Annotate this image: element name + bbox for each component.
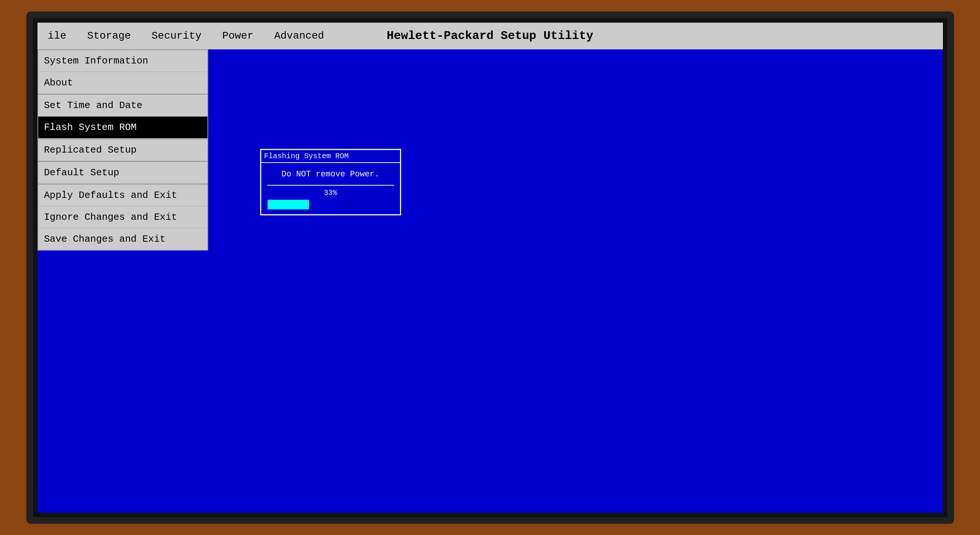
menubar-items: ile Storage Security Power Advanced [45,29,327,43]
progress-label: 33% [267,189,394,197]
flash-dialog-message: Do NOT remove Power. [267,170,394,179]
menubar-item-advanced[interactable]: Advanced [271,29,327,43]
sidebar-item-apply-defaults-exit[interactable]: Apply Defaults and Exit [38,185,207,206]
sidebar-item-about[interactable]: About [38,72,207,94]
sidebar-item-ignore-changes-exit[interactable]: Ignore Changes and Exit [38,206,207,228]
sidebar-item-default-setup[interactable]: Default Setup [38,162,207,184]
sidebar-item-set-time-date[interactable]: Set Time and Date [38,95,207,116]
flash-dialog-body: Do NOT remove Power. 33% [261,163,400,214]
menubar: ile Storage Security Power Advanced Hewl… [38,23,943,49]
menubar-item-storage[interactable]: Storage [84,29,134,43]
sidebar: System Information About Set Time and Da… [38,49,208,251]
menubar-item-security[interactable]: Security [149,29,204,43]
sidebar-item-system-information[interactable]: System Information [38,50,207,72]
progress-bar-container [267,199,394,210]
dialog-title-text: Flashing System ROM [264,152,397,161]
sidebar-item-save-changes-exit[interactable]: Save Changes and Exit [38,228,207,250]
menubar-item-power[interactable]: Power [219,29,256,43]
monitor: ile Storage Security Power Advanced Hewl… [26,11,954,524]
screen: ile Storage Security Power Advanced Hewl… [38,23,943,513]
flash-dialog-divider [267,185,394,186]
menubar-title: Hewlett-Packard Setup Utility [387,29,593,43]
menubar-item-file[interactable]: ile [45,29,69,43]
sidebar-item-flash-system-rom[interactable]: Flash System ROM [38,116,207,139]
progress-bar-fill [267,200,309,209]
dialog-title-bar: Flashing System ROM [261,150,400,163]
flash-dialog: Flashing System ROM Do NOT remove Power.… [260,149,401,215]
sidebar-item-replicated-setup[interactable]: Replicated Setup [38,139,207,161]
